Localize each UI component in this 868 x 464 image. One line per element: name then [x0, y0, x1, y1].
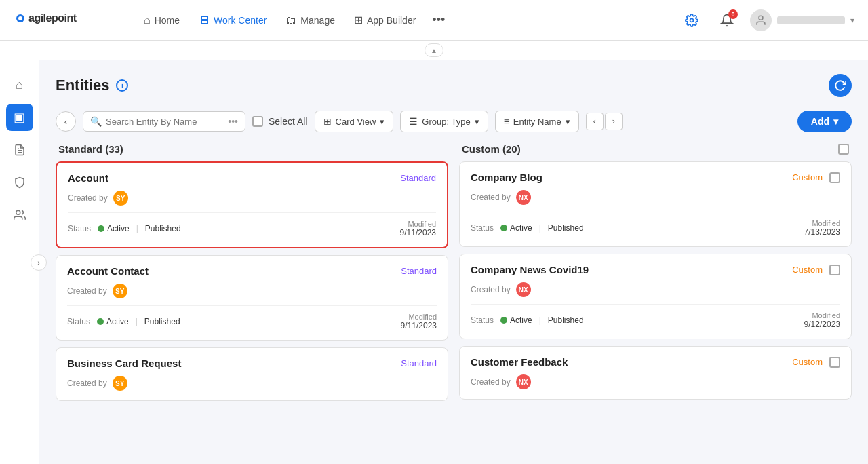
- card-account-status-label: Status: [68, 224, 91, 233]
- app-logo: agilepoint: [14, 8, 102, 33]
- page-title: Entities: [56, 77, 109, 94]
- card-account-contact-modified-label: Modified: [408, 313, 437, 321]
- card-account-status-active: Active: [98, 224, 130, 233]
- entity-name-button[interactable]: ≡ Entity Name ▾: [495, 111, 579, 132]
- card-company-news-covid19-name: Company News Covid19: [471, 264, 589, 275]
- card-view-chevron: ▾: [380, 117, 384, 127]
- card-company-blog-creator-avatar: NX: [516, 190, 531, 205]
- collapse-button[interactable]: ▲: [425, 43, 443, 57]
- notifications-button[interactable]: 0: [715, 8, 739, 33]
- card-company-blog[interactable]: Company Blog Custom Created by NX Statu: [459, 161, 852, 247]
- standard-column-header: Standard (33): [56, 143, 448, 155]
- page-info-icon[interactable]: i: [116, 79, 128, 92]
- card-account-modified-label: Modified: [408, 220, 436, 228]
- card-account-contact-published-text: Published: [144, 317, 180, 326]
- card-account-published-text: Published: [145, 224, 181, 233]
- card-company-blog-modified-date: 7/13/2023: [804, 227, 840, 237]
- sidebar-item-entities[interactable]: ▣: [6, 104, 33, 131]
- card-company-blog-checkbox[interactable]: [829, 172, 840, 183]
- notification-count: 0: [728, 9, 738, 19]
- standard-column-title: Standard (33): [58, 143, 123, 155]
- nav-arrows: ‹ ›: [586, 113, 623, 130]
- card-account-contact-creator-avatar: SY: [113, 284, 127, 298]
- card-view-button[interactable]: ⊞ Card View ▾: [315, 111, 394, 132]
- nav-workcenter-label: Work Center: [214, 15, 267, 26]
- nav-manage[interactable]: 🗂 Manage: [277, 9, 343, 32]
- card-account[interactable]: Account Standard Created by SY Status: [56, 161, 448, 248]
- add-button[interactable]: Add ▾: [797, 111, 852, 132]
- sidebar-item-users[interactable]: [6, 201, 33, 229]
- active-dot-icon-2: [97, 318, 104, 325]
- card-account-contact-name: Account Contact: [67, 265, 149, 277]
- user-menu-chevron: ▾: [850, 16, 854, 25]
- nav-appbuilder[interactable]: ⊞ App Builder: [346, 8, 424, 32]
- search-more-icon[interactable]: •••: [228, 116, 238, 127]
- card-customer-feedback-type: Custom: [792, 357, 823, 367]
- entity-name-chevron: ▾: [566, 117, 570, 127]
- home-nav-icon: ⌂: [144, 14, 151, 26]
- group-type-chevron: ▾: [475, 117, 479, 127]
- user-menu[interactable]: ▾: [750, 9, 854, 31]
- svg-point-7: [16, 210, 20, 214]
- user-avatar-icon: [750, 9, 772, 31]
- card-view-label: Card View: [336, 117, 376, 127]
- sidebar: ⌂ ▣ ›: [0, 60, 39, 464]
- active-dot-icon-4: [500, 317, 507, 324]
- card-account-name: Account: [68, 172, 108, 184]
- card-customer-feedback-checkbox[interactable]: [829, 357, 840, 368]
- refresh-button[interactable]: [829, 74, 852, 97]
- nav-forward-arrow[interactable]: ›: [605, 113, 623, 130]
- add-label: Add: [811, 116, 829, 127]
- search-box: 🔍 •••: [83, 111, 245, 132]
- search-input[interactable]: [106, 117, 224, 127]
- select-all-checkbox[interactable]: [252, 116, 263, 127]
- card-account-contact[interactable]: Account Contact Standard Created by SY S…: [56, 255, 448, 341]
- svg-point-1: [18, 16, 22, 20]
- nav-right-area: 0 ▾: [679, 8, 854, 33]
- nav-more-button[interactable]: •••: [427, 7, 450, 33]
- card-account-type: Standard: [400, 173, 436, 183]
- card-company-news-covid19-modified-date: 9/12/2023: [804, 320, 840, 329]
- custom-column: Custom (20) Company Blog Custom Created …: [459, 143, 852, 408]
- nav-workcenter[interactable]: 🖥 Work Center: [191, 9, 275, 32]
- nav-back-arrow[interactable]: ‹: [586, 113, 604, 130]
- nav-home[interactable]: ⌂ Home: [136, 9, 188, 32]
- sidebar-item-security[interactable]: [6, 169, 33, 196]
- toolbar: ‹ 🔍 ••• Select All ⊞ Card View ▾ ☰ Group…: [56, 111, 852, 132]
- card-company-blog-status-active: Active: [500, 223, 532, 233]
- sidebar-expand-button[interactable]: ›: [31, 254, 47, 271]
- card-customer-feedback[interactable]: Customer Feedback Custom Created by NX: [459, 346, 852, 400]
- user-name-label: [777, 16, 845, 24]
- page-header: Entities i: [56, 74, 852, 97]
- card-customer-feedback-creator-label: Created by: [471, 377, 511, 387]
- select-all-control[interactable]: Select All: [252, 116, 308, 127]
- content-area: Entities i ‹ 🔍 ••• Select All: [39, 60, 868, 464]
- custom-column-title: Custom (20): [462, 143, 521, 155]
- card-account-contact-status-active: Active: [97, 317, 129, 326]
- card-company-news-covid19[interactable]: Company News Covid19 Custom Created by N…: [459, 254, 852, 339]
- card-account-modified-date: 9/11/2023: [400, 228, 436, 237]
- select-all-label: Select All: [269, 116, 308, 127]
- custom-column-checkbox[interactable]: [838, 144, 849, 155]
- card-account-creator-label: Created by: [68, 193, 108, 203]
- main-layout: ⌂ ▣ ›: [0, 60, 868, 464]
- add-chevron: ▾: [833, 116, 838, 127]
- sidebar-item-reports[interactable]: [6, 136, 33, 163]
- card-company-blog-active-text: Active: [510, 223, 532, 233]
- card-company-news-covid19-type: Custom: [792, 265, 823, 275]
- search-icon: 🔍: [90, 116, 102, 127]
- nav-home-label: Home: [155, 15, 180, 26]
- entity-name-icon: ≡: [504, 116, 509, 127]
- card-company-news-covid19-checkbox[interactable]: [829, 265, 840, 275]
- card-company-news-covid19-published-text: Published: [548, 315, 584, 325]
- group-type-icon: ☰: [409, 116, 418, 127]
- toolbar-back-button[interactable]: ‹: [56, 111, 76, 132]
- group-type-button[interactable]: ☰ Group: Type ▾: [400, 111, 488, 132]
- card-company-blog-published-text: Published: [548, 223, 584, 233]
- svg-point-3: [690, 18, 694, 22]
- card-business-card-request[interactable]: Business Card Request Standard Created b…: [56, 347, 448, 401]
- card-company-blog-creator-label: Created by: [471, 193, 511, 202]
- settings-icon-button[interactable]: [679, 8, 704, 33]
- sidebar-item-home[interactable]: ⌂: [6, 71, 33, 98]
- entity-name-label: Entity Name: [513, 117, 561, 127]
